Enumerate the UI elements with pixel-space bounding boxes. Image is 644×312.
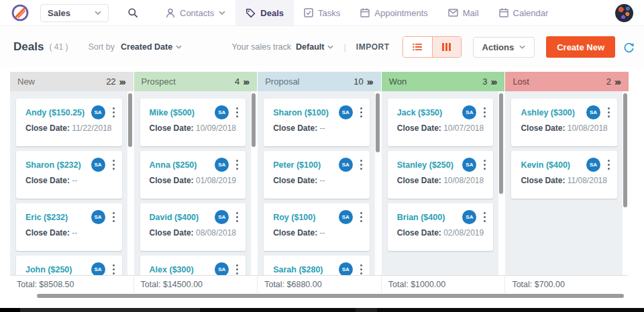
card-menu-icon[interactable] bbox=[358, 158, 364, 172]
nav-item-mail[interactable]: Mail bbox=[438, 0, 489, 25]
expand-column-icon[interactable]: ››› bbox=[119, 76, 126, 87]
deal-card[interactable]: Brian ($400)SAClose Date: 02/08/2019 bbox=[388, 203, 494, 251]
pipeline-column-lost: Lost2›››Ashley ($300)SAClose Date: 10/08… bbox=[505, 72, 629, 275]
deal-card[interactable]: Mike ($500)SAClose Date: 10/09/2018 bbox=[140, 99, 246, 146]
card-menu-icon[interactable] bbox=[111, 210, 117, 224]
column-header: New22››› bbox=[10, 72, 133, 91]
card-menu-icon[interactable] bbox=[111, 262, 117, 275]
owner-badge[interactable]: SA bbox=[91, 158, 105, 172]
task-icon bbox=[304, 8, 313, 17]
column-cards: Jack ($350)SAClose Date: 10/07/2018Stanl… bbox=[382, 91, 499, 275]
expand-column-icon[interactable]: ››› bbox=[490, 76, 497, 87]
deal-card[interactable]: Alex ($300)SA bbox=[140, 256, 246, 275]
card-menu-icon[interactable] bbox=[234, 210, 240, 224]
owner-badge[interactable]: SA bbox=[215, 210, 229, 224]
expand-column-icon[interactable]: ››› bbox=[367, 76, 374, 87]
deal-card[interactable]: Sarah ($280)SA bbox=[264, 256, 370, 275]
owner-badge[interactable]: SA bbox=[339, 158, 353, 172]
owner-badge[interactable]: SA bbox=[339, 210, 353, 224]
deal-card[interactable]: Roy ($100)SAClose Date: -- bbox=[264, 203, 370, 251]
import-button[interactable]: IMPORT bbox=[356, 42, 390, 52]
card-menu-icon[interactable] bbox=[358, 210, 364, 224]
deal-card[interactable]: Eric ($232)SAClose Date: -- bbox=[16, 203, 122, 251]
owner-badge[interactable]: SA bbox=[91, 105, 105, 119]
card-menu-icon[interactable] bbox=[358, 105, 364, 119]
column-scrollbar-thumb[interactable] bbox=[623, 93, 627, 207]
close-date-row: Close Date: 10/08/2018 bbox=[521, 123, 610, 133]
column-scrollbar-thumb[interactable] bbox=[499, 93, 503, 194]
list-view-button[interactable] bbox=[403, 37, 432, 57]
nav-item-tasks[interactable]: Tasks bbox=[294, 0, 350, 25]
owner-badge[interactable]: SA bbox=[215, 105, 229, 119]
column-name: Proposal bbox=[265, 76, 354, 87]
expand-column-icon[interactable]: ››› bbox=[614, 76, 621, 87]
sort-by-dropdown[interactable]: Created Date bbox=[121, 42, 182, 52]
owner-badge[interactable]: SA bbox=[91, 210, 105, 224]
card-menu-icon[interactable] bbox=[111, 105, 117, 119]
deal-card[interactable]: Kevin ($400)SAClose Date: 11/08/2018 bbox=[511, 151, 617, 199]
owner-badge[interactable]: SA bbox=[215, 262, 229, 275]
card-menu-icon[interactable] bbox=[482, 105, 488, 119]
deal-card[interactable]: John ($250)SA bbox=[16, 256, 122, 275]
owner-badge[interactable]: SA bbox=[462, 105, 476, 119]
column-count: 10 bbox=[354, 76, 363, 87]
sales-track-dropdown[interactable]: Default bbox=[296, 42, 333, 52]
agile-crm-logo[interactable] bbox=[11, 3, 30, 22]
column-total: Total: $14500.00 bbox=[134, 276, 258, 293]
deal-card[interactable]: David ($400)SAClose Date: 08/08/2018 bbox=[140, 203, 246, 251]
deal-card[interactable]: Stanley ($250)SAClose Date: 10/08/2018 bbox=[388, 151, 494, 199]
card-menu-icon[interactable] bbox=[606, 158, 612, 172]
owner-badge[interactable]: SA bbox=[215, 158, 229, 172]
owner-badge[interactable]: SA bbox=[462, 210, 476, 224]
refresh-icon[interactable] bbox=[623, 42, 635, 53]
column-scrollbar[interactable] bbox=[127, 91, 133, 275]
deal-card[interactable]: Peter ($100)SAClose Date: -- bbox=[264, 151, 370, 199]
column-scrollbar-thumb[interactable] bbox=[376, 93, 380, 152]
search-icon[interactable] bbox=[127, 7, 138, 18]
create-new-button[interactable]: Create New bbox=[546, 36, 615, 58]
deals-count: ( 41 ) bbox=[49, 42, 68, 52]
close-date-row: Close Date: -- bbox=[273, 176, 363, 185]
nav-item-calendar[interactable]: Calendar bbox=[489, 0, 559, 25]
deal-card[interactable]: Andy ($150.25)SAClose Date: 11/22/2018 bbox=[16, 99, 122, 146]
user-avatar[interactable] bbox=[615, 4, 633, 22]
nav-item-contacts[interactable]: Contacts bbox=[156, 0, 235, 25]
card-menu-icon[interactable] bbox=[482, 158, 488, 172]
card-menu-icon[interactable] bbox=[482, 210, 488, 224]
card-menu-icon[interactable] bbox=[234, 105, 240, 119]
card-menu-icon[interactable] bbox=[358, 262, 364, 275]
actions-button[interactable]: Actions bbox=[473, 37, 535, 58]
deal-card[interactable]: Jack ($350)SAClose Date: 10/07/2018 bbox=[388, 99, 494, 146]
workspace-selector[interactable]: Sales bbox=[40, 4, 109, 22]
deal-card[interactable]: Sharon ($100)SAClose Date: -- bbox=[264, 99, 370, 146]
close-date-value: -- bbox=[72, 176, 77, 185]
card-menu-icon[interactable] bbox=[606, 105, 612, 119]
horizontal-scrollbar[interactable] bbox=[37, 294, 624, 298]
column-count: 3 bbox=[482, 76, 487, 87]
owner-badge[interactable]: SA bbox=[339, 105, 353, 119]
column-scrollbar[interactable] bbox=[251, 91, 257, 275]
column-scrollbar[interactable] bbox=[623, 91, 629, 275]
nav-item-deals[interactable]: Deals bbox=[235, 0, 294, 25]
deal-card[interactable]: Ashley ($300)SAClose Date: 10/08/2018 bbox=[511, 99, 617, 146]
owner-badge[interactable]: SA bbox=[586, 158, 600, 172]
owner-badge[interactable]: SA bbox=[462, 158, 476, 172]
owner-badge[interactable]: SA bbox=[91, 262, 105, 275]
column-count: 2 bbox=[606, 76, 611, 87]
nav-item-appointments[interactable]: Appointments bbox=[350, 0, 438, 25]
column-scrollbar-thumb[interactable] bbox=[128, 93, 132, 147]
expand-column-icon[interactable]: ››› bbox=[243, 76, 250, 87]
kanban-view-button[interactable] bbox=[432, 37, 461, 57]
close-date-label: Close Date: bbox=[397, 176, 443, 185]
card-menu-icon[interactable] bbox=[234, 158, 240, 172]
column-scrollbar[interactable] bbox=[375, 91, 381, 275]
card-menu-icon[interactable] bbox=[111, 158, 117, 172]
card-menu-icon[interactable] bbox=[234, 262, 240, 275]
deal-card[interactable]: Anna ($250)SAClose Date: 01/08/2019 bbox=[140, 151, 246, 199]
deal-card[interactable]: Sharon ($232)SAClose Date: -- bbox=[16, 151, 122, 199]
column-scrollbar-thumb[interactable] bbox=[252, 93, 256, 147]
column-scrollbar[interactable] bbox=[498, 91, 504, 275]
owner-badge[interactable]: SA bbox=[339, 262, 353, 275]
column-count: 4 bbox=[235, 76, 239, 87]
owner-badge[interactable]: SA bbox=[586, 105, 600, 119]
